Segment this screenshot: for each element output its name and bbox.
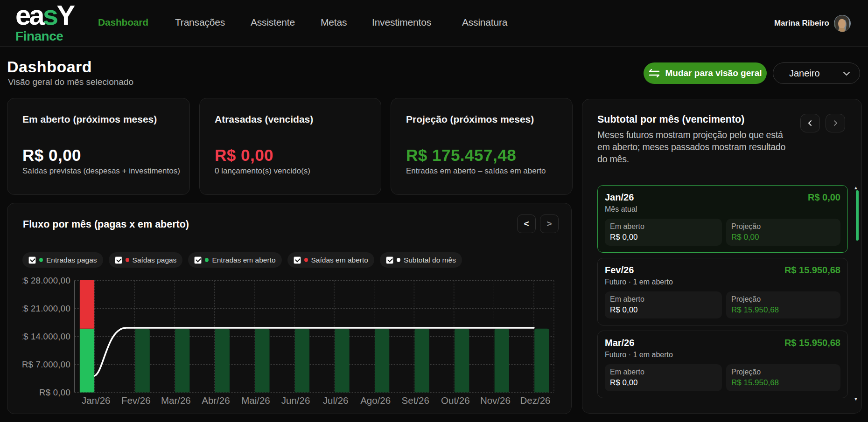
svg-text:R$ 7.000,00: R$ 7.000,00	[22, 360, 70, 369]
svg-text:Out/26: Out/26	[441, 395, 470, 406]
svg-text:Jul/26: Jul/26	[323, 395, 349, 406]
svg-text:R$ 28.000,00: R$ 28.000,00	[17, 276, 70, 285]
svg-text:Mar/26: Mar/26	[161, 395, 191, 406]
svg-text:Abr/26: Abr/26	[202, 395, 230, 406]
svg-text:Fev/26: Fev/26	[121, 395, 151, 406]
svg-text:Nov/26: Nov/26	[480, 395, 511, 406]
svg-text:Dez/26: Dez/26	[520, 395, 550, 406]
svg-text:Mai/26: Mai/26	[241, 395, 270, 406]
svg-text:Jan/26: Jan/26	[82, 395, 111, 406]
svg-text:Jun/26: Jun/26	[281, 395, 310, 406]
svg-text:Set/26: Set/26	[402, 395, 429, 406]
svg-text:Ago/26: Ago/26	[360, 395, 391, 406]
svg-text:R$ 0,00: R$ 0,00	[39, 387, 70, 397]
svg-text:R$ 14.000,00: R$ 14.000,00	[17, 332, 70, 341]
svg-text:R$ 21.000,00: R$ 21.000,00	[17, 304, 70, 313]
